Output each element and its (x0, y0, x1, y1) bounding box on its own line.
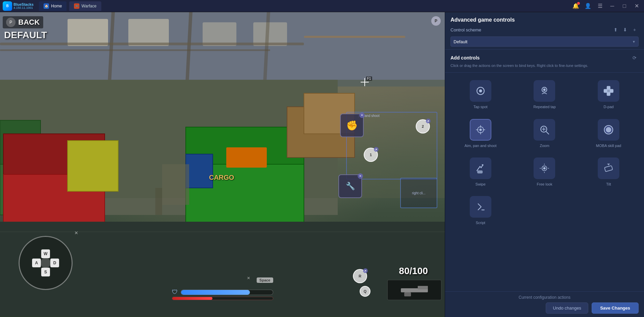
zoom-icon (538, 124, 550, 136)
fist-icon: ✊ (346, 120, 358, 131)
scheme-actions: ⬆ ⬇ + (612, 26, 639, 34)
tab-warface[interactable]: 🎮 Warface (69, 1, 101, 11)
control-circle-1[interactable]: 1 ✕ (364, 148, 378, 162)
r-button[interactable]: R ✕ (353, 269, 367, 283)
free-look-icon-box (534, 157, 555, 179)
d-key: D (50, 259, 59, 267)
svg-point-45 (480, 129, 481, 130)
zoom-item[interactable]: Zoom (515, 116, 575, 151)
circle-1-close[interactable]: ✕ (374, 147, 379, 152)
right-click-zone[interactable]: right cli... (400, 178, 437, 208)
export-scheme-button[interactable]: ⬇ (621, 26, 629, 34)
fist-icon-close[interactable]: ✕ (359, 113, 365, 118)
p-button-topright[interactable]: P (431, 16, 441, 26)
free-look-icon (538, 162, 550, 174)
maximize-button[interactable]: □ (620, 1, 629, 11)
minimize-button[interactable]: ─ (608, 1, 617, 11)
wasd-close-icon[interactable]: ✕ (74, 230, 78, 236)
svg-point-32 (479, 90, 482, 92)
r-close[interactable]: ✕ (363, 268, 368, 273)
gun-icon-svg (397, 283, 431, 297)
add-controls-header: Add controls ⟳ (450, 54, 639, 62)
ability-2-close[interactable]: ✕ (358, 173, 363, 179)
stamina-bar (172, 297, 273, 300)
scheme-select-display[interactable]: Default ▼ (450, 36, 639, 47)
default-label: DEFAULT (4, 30, 47, 41)
a-key: A (32, 259, 41, 267)
svg-rect-37 (604, 90, 607, 93)
q-label: Q (364, 289, 367, 293)
game-viewport[interactable]: CARGO P BACK DEFAULT P F1 ✕ W A S D (0, 12, 445, 317)
health-bar-container: ✕ Space 🛡 (172, 288, 273, 300)
space-key: Space (257, 277, 273, 283)
bottom-buttons: Undo changes Save Changes (450, 302, 639, 314)
control-circle-2[interactable]: 2 ✕ (416, 119, 430, 133)
repeated-tap-item[interactable]: Repeated tap (515, 77, 575, 112)
app-logo: B (3, 1, 12, 11)
ability-icon-2[interactable]: 🔧 ✕ (338, 174, 362, 198)
add-scheme-button[interactable]: + (630, 26, 639, 34)
d-pad-item[interactable]: D-pad (578, 77, 639, 112)
undo-changes-button[interactable]: Undo changes (546, 302, 588, 314)
swipe-label: Swipe (475, 182, 486, 187)
back-button[interactable]: P BACK (3, 16, 43, 28)
circle-1-label: 1 (370, 153, 372, 157)
wasd-center (41, 258, 51, 268)
title-bar: B BlueStacks 4.150.11.1001 🏠 Home 🎮 Warf… (0, 0, 644, 12)
tap-spot-label: Tap spot (473, 104, 488, 109)
svg-rect-29 (418, 286, 428, 289)
script-item[interactable]: Script (450, 193, 511, 228)
app-name: BlueStacks (14, 3, 33, 6)
import-scheme-button[interactable]: ⬆ (612, 26, 620, 34)
app-version: 4.150.11.1001 (14, 6, 33, 9)
tilt-icon (602, 162, 615, 174)
close-button[interactable]: ✕ (632, 1, 641, 11)
repeated-tap-icon (538, 85, 550, 97)
svg-point-34 (544, 89, 545, 91)
save-changes-button[interactable]: Save Changes (592, 302, 639, 314)
free-look-item[interactable]: Free look (515, 155, 575, 189)
weapon-primary-icon (387, 280, 441, 300)
scheme-value: Default (454, 39, 467, 44)
add-controls-help-button[interactable]: ⟳ (630, 54, 639, 62)
space-close-icon[interactable]: ✕ (247, 276, 250, 281)
wasd-control[interactable]: ✕ W A S D (19, 236, 73, 290)
scheme-dropdown[interactable]: Default ▼ (450, 36, 639, 47)
svg-rect-59 (604, 166, 613, 172)
ammo-display: 80/100 (399, 266, 428, 276)
repeated-tap-icon-box (534, 80, 555, 102)
tab-home[interactable]: 🏠 Home (39, 1, 67, 11)
ability-2-icon: 🔧 (346, 182, 355, 191)
swipe-icon (474, 162, 487, 174)
back-p-label: P (9, 20, 12, 25)
tap-spot-item[interactable]: Tap spot (450, 77, 511, 112)
menu-button[interactable]: ☰ (595, 1, 605, 11)
r-label: R (359, 274, 361, 278)
warface-tab-label: Warface (81, 4, 96, 8)
q-button[interactable]: Q (360, 286, 370, 297)
moba-skill-pad-label: MOBA skill pad (596, 143, 621, 148)
title-bar-right: 🔔 👤 ☰ ─ □ ✕ (571, 1, 641, 11)
d-pad-icon (602, 85, 615, 97)
moba-skill-pad-item[interactable]: MOBA skill pad (578, 116, 639, 151)
s-key: S (41, 268, 50, 276)
profile-button[interactable]: 👤 (583, 1, 593, 11)
tilt-item[interactable]: Tilt (578, 155, 639, 189)
right-click-label: right cli... (412, 191, 426, 195)
ability-icon-fist[interactable]: ✊ ✕ (340, 114, 364, 137)
home-tab-icon: 🏠 (44, 3, 49, 9)
tap-spot-icon-box (470, 80, 491, 102)
d-pad-label: D-pad (603, 104, 614, 109)
current-config-label: Current configuration actions (450, 295, 639, 300)
chevron-down-icon: ▼ (632, 40, 636, 44)
aim-pan-shoot-item[interactable]: Aim, pan and shoot (450, 116, 511, 151)
swipe-item[interactable]: Swipe (450, 155, 511, 189)
health-row: 🛡 (172, 289, 273, 296)
control-scheme-row: Control scheme ⬆ ⬇ + (450, 26, 639, 34)
svg-rect-52 (478, 171, 482, 173)
circle-2-close[interactable]: ✕ (426, 119, 431, 123)
svg-rect-39 (607, 90, 610, 93)
back-text: BACK (18, 18, 40, 27)
notification-wrapper[interactable]: 🔔 (571, 1, 581, 11)
svg-point-54 (544, 167, 545, 169)
